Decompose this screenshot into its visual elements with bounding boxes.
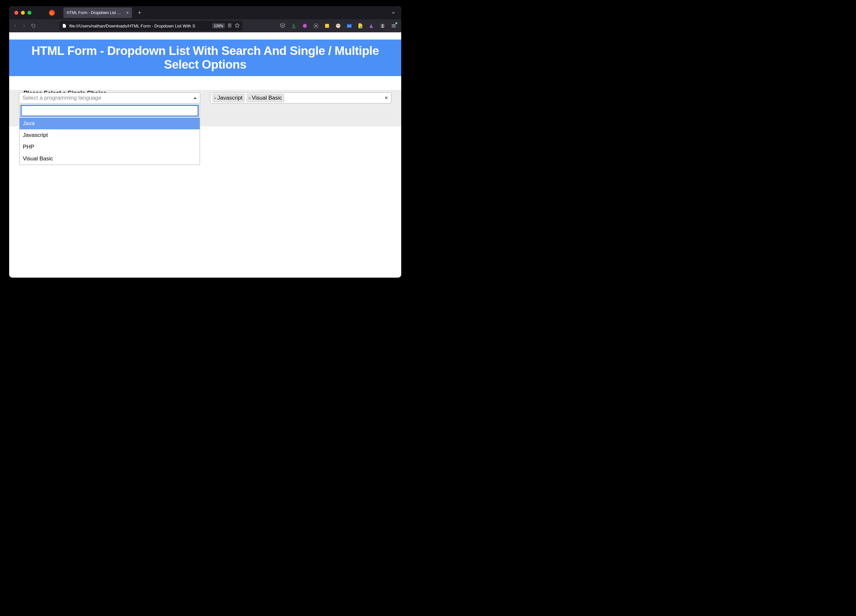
caret-up-icon xyxy=(193,97,197,99)
browser-window: HTML Form - Dropdown List With S × + fil… xyxy=(9,6,401,278)
svg-point-7 xyxy=(315,25,317,27)
browser-tab[interactable]: HTML Form - Dropdown List With S × xyxy=(63,8,132,18)
multi-select-box[interactable]: ×Javascript×Visual Basic × xyxy=(210,92,391,103)
downloads-icon[interactable] xyxy=(291,23,297,29)
form-band: Please Select a Single Choice Please Sel… xyxy=(9,90,401,126)
svg-point-10 xyxy=(337,25,338,26)
extension-icon-4[interactable] xyxy=(335,23,341,29)
notification-dot xyxy=(395,22,397,24)
dropdown-search-input[interactable] xyxy=(21,105,198,116)
titlebar: HTML Form - Dropdown List With S × + xyxy=(9,6,401,19)
extension-icon-7[interactable] xyxy=(368,23,374,29)
chip-remove-icon[interactable]: × xyxy=(248,96,251,101)
options-list: JavaJavascriptPHPVisual Basic xyxy=(20,118,200,164)
window-controls xyxy=(14,11,31,15)
svg-point-16 xyxy=(382,25,383,26)
single-select-box[interactable]: Select a programming language JavaJavasc… xyxy=(19,92,200,103)
close-window-button[interactable] xyxy=(14,11,18,15)
tab-title: HTML Form - Dropdown List With S xyxy=(67,11,123,15)
toolbar: file:///Users/nathan/Downloads/HTML Form… xyxy=(9,19,401,32)
pocket-icon[interactable] xyxy=(280,23,286,29)
selected-chip[interactable]: ×Javascript xyxy=(212,94,245,102)
chips-container: ×Javascript×Visual Basic xyxy=(212,94,284,102)
selected-chip[interactable]: ×Visual Basic xyxy=(247,94,284,102)
single-select-placeholder: Select a programming language xyxy=(23,95,101,101)
page-content: HTML Form - Dropdown List With Search An… xyxy=(9,32,401,278)
extension-icon-6[interactable] xyxy=(357,23,363,29)
chip-label: Javascript xyxy=(218,95,243,101)
page-title: HTML Form - Dropdown List With Search An… xyxy=(16,44,395,72)
chip-label: Visual Basic xyxy=(252,95,282,101)
chip-remove-icon[interactable]: × xyxy=(214,96,217,101)
svg-marker-4 xyxy=(235,23,239,28)
url-text: file:///Users/nathan/Downloads/HTML Form… xyxy=(69,23,210,28)
dropdown-option[interactable]: Java xyxy=(20,118,200,129)
minimize-window-button[interactable] xyxy=(21,11,25,15)
app-menu-button[interactable] xyxy=(391,23,397,29)
zoom-badge[interactable]: 120% xyxy=(212,23,225,28)
dropdown-option[interactable]: Javascript xyxy=(20,129,200,141)
file-icon xyxy=(62,23,67,28)
svg-rect-8 xyxy=(325,24,329,28)
page-header: HTML Form - Dropdown List With Search An… xyxy=(9,40,401,76)
back-button[interactable] xyxy=(12,23,18,28)
dropdown-option[interactable]: Visual Basic xyxy=(20,153,200,164)
extension-icon-2[interactable] xyxy=(313,23,319,29)
svg-point-9 xyxy=(336,23,340,28)
account-icon[interactable] xyxy=(380,23,385,29)
extension-icon-3[interactable] xyxy=(324,23,330,29)
bookmark-icon[interactable] xyxy=(235,23,240,29)
svg-point-11 xyxy=(339,25,339,26)
reader-mode-icon[interactable] xyxy=(227,23,232,29)
firefox-icon xyxy=(49,10,55,16)
list-tabs-button[interactable] xyxy=(391,10,396,15)
extension-icon-5[interactable] xyxy=(346,23,352,29)
maximize-window-button[interactable] xyxy=(28,11,31,15)
single-select-dropdown: JavaJavascriptPHPVisual Basic xyxy=(19,104,200,165)
extension-icon-1[interactable] xyxy=(302,23,308,29)
address-bar[interactable]: file:///Users/nathan/Downloads/HTML Form… xyxy=(60,21,242,31)
dropdown-option[interactable]: PHP xyxy=(20,141,200,153)
clear-all-icon[interactable]: × xyxy=(383,95,389,101)
reload-button[interactable] xyxy=(31,23,36,28)
tab-close-icon[interactable]: × xyxy=(126,11,129,15)
svg-point-14 xyxy=(360,26,362,28)
svg-rect-13 xyxy=(347,24,351,25)
forward-button[interactable] xyxy=(22,23,27,28)
svg-point-5 xyxy=(303,24,307,28)
search-wrap xyxy=(20,104,200,118)
extension-icons xyxy=(280,23,398,29)
new-tab-button[interactable]: + xyxy=(138,9,142,16)
